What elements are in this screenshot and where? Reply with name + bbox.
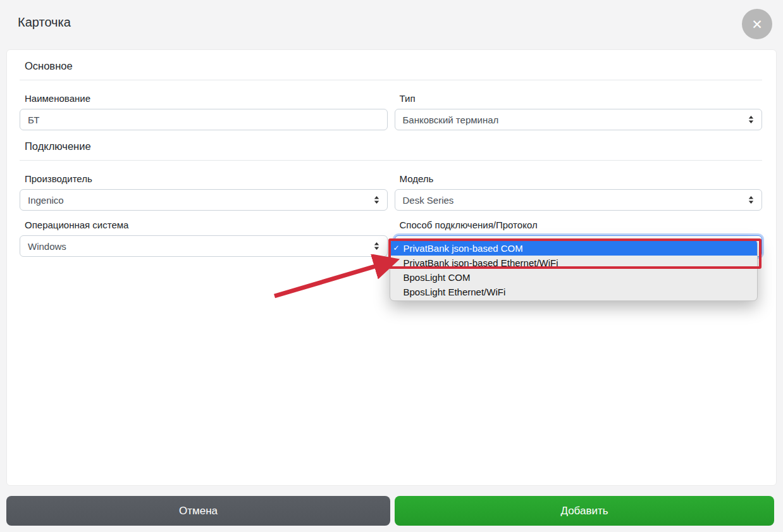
form-row-1: Наименование Тип Банковский терминал bbox=[20, 93, 762, 130]
cancel-button[interactable]: Отмена bbox=[6, 496, 390, 526]
card-panel: Основное Наименование Тип Банковский тер… bbox=[6, 49, 777, 486]
manufacturer-select-value: Ingenico bbox=[28, 195, 64, 206]
annotation-arrow bbox=[268, 254, 404, 302]
dropdown-option-label: PrivatBank json-based COM bbox=[404, 243, 523, 254]
type-select[interactable]: Банковский терминал bbox=[395, 109, 763, 130]
section-heading-main: Основное bbox=[25, 60, 762, 72]
protocol-dropdown-menu: ✓ PrivatBank json-based COM PrivatBank j… bbox=[390, 239, 758, 301]
dropdown-option[interactable]: BposLight COM bbox=[390, 270, 757, 285]
form-row-3: Операционная система Windows Способ подк… bbox=[20, 220, 762, 257]
dropdown-option[interactable]: ✓ PrivatBank json-based COM bbox=[390, 241, 757, 256]
dropdown-option-label: BposLight Ethernet/WiFi bbox=[404, 287, 506, 297]
close-button[interactable]: ✕ bbox=[742, 9, 772, 39]
model-select[interactable]: Desk Series bbox=[395, 189, 763, 211]
select-arrows-icon bbox=[374, 195, 379, 204]
model-field-label: Модель bbox=[400, 173, 763, 184]
section-heading-connection: Подключение bbox=[25, 140, 762, 152]
dropdown-option-label: BposLight COM bbox=[404, 272, 471, 283]
name-field-group: Наименование bbox=[20, 93, 388, 130]
manufacturer-field-group: Производитель Ingenico bbox=[20, 173, 388, 211]
manufacturer-select[interactable]: Ingenico bbox=[20, 189, 388, 211]
close-icon: ✕ bbox=[751, 18, 763, 31]
select-arrows-icon bbox=[374, 242, 379, 251]
form-row-2: Производитель Ingenico Модель Desk Serie… bbox=[20, 173, 762, 211]
page-title: Карточка bbox=[18, 15, 71, 30]
model-field-group: Модель Desk Series bbox=[395, 173, 763, 211]
select-arrows-icon bbox=[748, 195, 754, 204]
divider bbox=[20, 160, 762, 161]
os-field-label: Операционная система bbox=[25, 220, 388, 230]
protocol-field-group: Способ подключения/Протокол ✓ PrivatBank… bbox=[395, 220, 763, 257]
add-button[interactable]: Добавить bbox=[395, 496, 774, 526]
model-select-value: Desk Series bbox=[403, 195, 454, 206]
name-field-label: Наименование bbox=[25, 93, 388, 104]
name-input[interactable] bbox=[20, 109, 388, 130]
os-select-value: Windows bbox=[28, 241, 66, 252]
protocol-field-label: Способ подключения/Протокол bbox=[400, 220, 763, 230]
type-field-group: Тип Банковский терминал bbox=[395, 93, 763, 130]
type-select-value: Банковский терминал bbox=[403, 114, 499, 125]
select-arrows-icon bbox=[748, 115, 754, 124]
divider bbox=[20, 80, 762, 80]
os-select[interactable]: Windows bbox=[20, 235, 388, 257]
checkmark-icon: ✓ bbox=[393, 241, 400, 256]
manufacturer-field-label: Производитель bbox=[25, 173, 388, 184]
os-field-group: Операционная система Windows bbox=[20, 220, 388, 257]
dropdown-option-label: PrivatBank json-based Ethernet/WiFi bbox=[404, 257, 558, 268]
dropdown-option[interactable]: BposLight Ethernet/WiFi bbox=[390, 285, 757, 299]
type-field-label: Тип bbox=[400, 93, 763, 104]
dropdown-option[interactable]: PrivatBank json-based Ethernet/WiFi bbox=[390, 256, 757, 270]
